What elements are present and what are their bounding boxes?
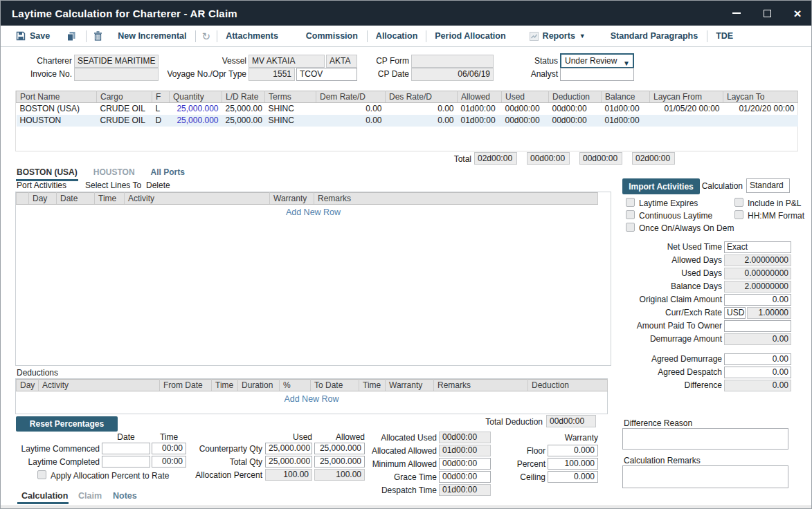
currency-field[interactable]: USD <box>724 307 746 319</box>
balance-days-label: Balance Days <box>622 281 722 293</box>
toolbar-separator <box>217 30 217 42</box>
col-date: Date <box>57 193 95 205</box>
laytime-commenced-label: Laytime Commenced <box>1 444 100 454</box>
laytime-expires-label: Laytime Expires <box>639 198 698 209</box>
col-des-rate: Des Rate/D <box>386 91 458 103</box>
invoice-no-field <box>74 68 159 81</box>
tab-boston[interactable]: BOSTON (USA) <box>16 166 78 181</box>
amount-paid-field[interactable] <box>724 320 791 332</box>
select-lines-to-label: Select Lines To <box>85 181 141 191</box>
close-icon: × <box>793 7 801 20</box>
continuous-laytime-checkbox[interactable] <box>626 210 635 219</box>
add-new-row-link[interactable]: Add New Row <box>16 207 611 217</box>
port-tabs: BOSTON (USA) HOUSTON All Ports <box>16 166 186 180</box>
exch-rate-field: 1.00000 <box>747 307 791 319</box>
grace-time-field[interactable]: 00d00:00 <box>439 471 491 483</box>
standard-paragraphs-button[interactable]: Standard Paragraphs <box>611 31 698 41</box>
col-day: Day <box>29 193 57 205</box>
allocation-button[interactable]: Allocation <box>376 31 417 41</box>
total-qty-used-field[interactable]: 25,000.000 <box>265 456 312 468</box>
once-on-dem-checkbox[interactable] <box>626 223 635 232</box>
include-in-pl-checkbox[interactable] <box>734 198 743 207</box>
delete-lines-button[interactable]: Delete <box>146 181 170 191</box>
hhmm-format-checkbox[interactable] <box>734 210 743 219</box>
save-icon <box>16 31 26 41</box>
delete-button[interactable] <box>93 31 102 41</box>
floor-field[interactable]: 0.000 <box>548 445 598 456</box>
totals-row: Total 02d00:00 00d00:00 00d00:00 02d00:0… <box>1 152 812 166</box>
col-warranty: Warranty <box>386 380 434 391</box>
col-laycan-to: Laycan To <box>723 91 798 103</box>
minimum-allowed-field[interactable]: 00d00:00 <box>439 458 491 470</box>
port-row-houston[interactable]: HOUSTON CRUDE OIL D 25,000.000 25,000.00… <box>17 115 798 127</box>
reset-percentages-button[interactable]: Reset Percentages <box>16 416 118 432</box>
tab-claim[interactable]: Claim <box>78 491 102 501</box>
col-remarks: Remarks <box>434 380 528 391</box>
agreed-demurrage-field[interactable]: 0.00 <box>724 353 791 365</box>
allowed-days-field: 2.00000000 <box>724 254 791 266</box>
net-used-time-label: Net Used Time <box>622 241 722 253</box>
save-button[interactable]: Save <box>16 31 50 41</box>
ports-grid: Port Name Cargo F Quantity L/D Rate Term… <box>15 91 798 151</box>
voyage-no-field: 1551 <box>249 68 295 81</box>
continuous-laytime-label: Continuous Laytime <box>639 211 712 221</box>
calculation-method-field[interactable]: Standard <box>746 178 790 193</box>
percent-field[interactable]: 100.000 <box>548 458 598 470</box>
allocated-allowed-label: Allocated Allowed <box>340 446 437 456</box>
laytime-expires-checkbox[interactable] <box>626 198 635 207</box>
commenced-date-field[interactable] <box>102 443 150 454</box>
toolbar-separator <box>195 30 196 42</box>
apply-allocation-checkbox[interactable] <box>37 470 46 479</box>
tde-button[interactable]: TDE <box>716 31 733 41</box>
hhmm-format-label: HH:MM Format <box>748 211 804 221</box>
attachments-button[interactable]: Attachments <box>226 31 278 41</box>
col-allowed: Allowed <box>458 91 502 103</box>
copy-button[interactable] <box>66 31 76 41</box>
chevron-down-icon: ▼ <box>579 33 586 39</box>
counterparty-used-field[interactable]: 25,000.000 <box>265 443 312 454</box>
apply-allocation-label: Apply Allocation Percent to Rate <box>51 471 169 481</box>
close-button[interactable]: × <box>782 1 812 26</box>
tab-houston[interactable]: HOUSTON <box>93 166 136 179</box>
allocation-percent-label: Allocation Percent <box>163 470 262 481</box>
quantity-link[interactable]: 25,000.000 <box>170 103 222 115</box>
tab-calculation[interactable]: Calculation <box>21 491 68 501</box>
col-time: Time <box>212 380 238 391</box>
total-deduction-label: Total Deduction <box>451 417 543 427</box>
col-port-name: Port Name <box>17 91 97 103</box>
calculation-panel: Import Activities Calculation Standard L… <box>617 175 798 494</box>
analyst-field[interactable] <box>560 68 634 81</box>
total-deduction: 00d00:00 <box>579 152 622 165</box>
difference-reason-textarea[interactable] <box>622 428 788 450</box>
ceiling-field[interactable]: 0.000 <box>548 471 598 483</box>
add-new-row-link[interactable]: Add New Row <box>16 394 607 404</box>
allowed-days-label: Allowed Days <box>622 254 722 266</box>
floor-label: Floor <box>485 446 545 456</box>
col-ld-rate: L/D Rate <box>222 91 265 103</box>
vessel-field: MV AKTAIA <box>249 55 325 68</box>
minimize-button[interactable] <box>721 1 752 26</box>
new-incremental-button[interactable]: New Incremental <box>118 31 186 41</box>
allocation-percent-used-field: 100.00 <box>265 469 312 481</box>
tab-notes[interactable]: Notes <box>113 491 137 501</box>
ceiling-label: Ceiling <box>485 472 545 483</box>
agreed-despatch-field[interactable]: 0.00 <box>724 367 791 378</box>
analyst-label: Analyst <box>496 69 558 80</box>
total-deduction-field: 00d00:00 <box>546 415 596 427</box>
col-deduction: Deduction <box>549 91 602 103</box>
reports-menu[interactable]: Reports ▼ <box>530 31 586 41</box>
status-dropdown[interactable]: Under Review ▼ <box>560 53 634 68</box>
tab-all-ports[interactable]: All Ports <box>150 166 186 179</box>
quantity-link[interactable]: 25,000.000 <box>170 115 222 127</box>
period-allocation-button[interactable]: Period Allocation <box>435 31 505 41</box>
completed-date-field[interactable] <box>102 456 150 468</box>
port-row-boston[interactable]: BOSTON (USA) CRUDE OIL L 25,000.000 25,0… <box>17 103 798 115</box>
refresh-button[interactable]: ↻ <box>202 31 211 41</box>
calculation-remarks-textarea[interactable] <box>622 465 788 488</box>
commission-button[interactable]: Commission <box>306 31 358 41</box>
original-claim-field[interactable]: 0.00 <box>724 294 791 306</box>
maximize-button[interactable] <box>752 1 782 26</box>
net-used-time-field[interactable]: Exact <box>724 241 791 253</box>
difference-reason-label: Difference Reason <box>624 418 692 429</box>
amount-paid-label: Amount Paid To Owner <box>622 320 722 332</box>
